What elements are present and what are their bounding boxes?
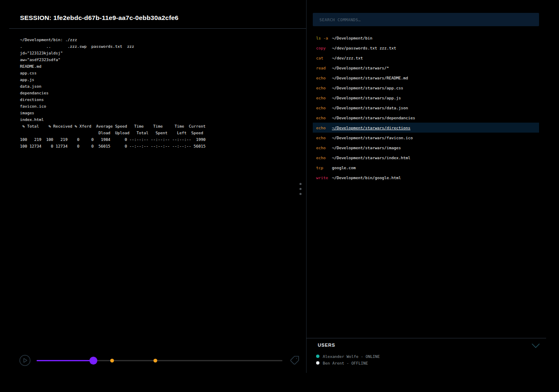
command-row[interactable]: echo~/Development/starwars/images [313, 143, 539, 153]
command-name: tcp [316, 165, 332, 170]
session-player: SESSION: 1fe2ebdc-d67b-11e9-aa7c-0ebb30a… [0, 0, 559, 392]
command-path: ~/Development/bin [332, 36, 372, 40]
event-marker[interactable] [153, 359, 157, 362]
command-row[interactable]: echo~/Development/starwars/app.css [313, 83, 539, 93]
command-name: read [316, 66, 332, 70]
terminal-output: ~/Development/bin: ./zzz . .. .zzz.swp p… [20, 37, 205, 150]
command-path: google.com [332, 165, 356, 170]
progress-fill [37, 360, 94, 361]
command-name: ls -a [316, 36, 332, 40]
search-input[interactable] [313, 13, 539, 26]
command-row[interactable]: echo~/Development/starwars/index.html [313, 153, 539, 163]
user-name: Alexander Wolfe - ONLINE [323, 354, 380, 359]
command-row[interactable]: echo~/Development/starwars/data.json [313, 103, 539, 113]
command-name: echo [316, 116, 332, 120]
command-name: echo [316, 155, 332, 160]
page-title: SESSION: 1fe2ebdc-d67b-11e9-aa7c-0ebb30a… [20, 14, 178, 22]
command-list: ls -a~/Development/bincopy~/dev/password… [313, 33, 539, 182]
command-path: ~/Development/starwars/index.html [332, 155, 411, 160]
command-name: copy [316, 46, 332, 50]
command-path: ~/Development/starwars/app.js [332, 96, 401, 100]
command-path: ~/Development/starwars/directions [332, 126, 411, 130]
panel-divider [306, 0, 307, 373]
command-name: echo [316, 126, 332, 130]
command-name: cat [316, 56, 332, 60]
command-name: echo [316, 86, 332, 90]
users-section-title: USERS [318, 343, 335, 348]
command-path: ~/Development/starwars/data.json [332, 106, 408, 110]
command-row[interactable]: write~/Development/bin/google.html [313, 173, 539, 182]
header-divider [9, 28, 306, 29]
kebab-dot [299, 188, 302, 190]
command-row[interactable]: cat~/dev/zzz.txt [313, 53, 539, 63]
kebab-dot [299, 183, 302, 185]
command-path: ~/Development/starwars/dependancies [332, 116, 415, 120]
command-row[interactable]: copy~/dev/passwords.txt zzz.txt [313, 43, 539, 53]
command-path: ~/Development/starwars/README.md [332, 76, 408, 80]
command-name: write [316, 175, 332, 180]
command-path: ~/dev/zzz.txt [332, 56, 363, 60]
command-path: ~/Development/bin/google.html [332, 175, 401, 180]
command-path: ~/Development/starwars/favicon.ico [332, 136, 413, 140]
command-row[interactable]: echo~/Development/starwars/dependancies [313, 113, 539, 123]
command-name: echo [316, 76, 332, 80]
command-name: echo [316, 145, 332, 150]
user-row: Alexander Wolfe - ONLINE [313, 353, 539, 360]
users-divider [306, 338, 546, 338]
progress-thumb[interactable] [89, 357, 97, 365]
progress-track[interactable] [37, 360, 282, 361]
command-name: echo [316, 136, 332, 140]
command-row[interactable]: echo~/Development/starwars/README.md [313, 73, 539, 83]
user-status-dot [316, 361, 319, 365]
command-row[interactable]: ls -a~/Development/bin [313, 33, 539, 43]
command-row[interactable]: read~/Development/starwars/* [313, 63, 539, 73]
command-row[interactable]: echo~/Development/starwars/app.js [313, 93, 539, 103]
command-row[interactable]: echo~/Development/starwars/favicon.ico [313, 133, 539, 143]
user-name: Ben Arent - OFFLINE [323, 361, 368, 365]
command-name: echo [316, 96, 332, 100]
command-path: ~/Development/starwars/* [332, 66, 389, 70]
command-row[interactable]: echo~/Development/starwars/directions [313, 123, 539, 133]
tag-icon[interactable] [289, 355, 299, 365]
command-path: ~/Development/starwars/images [332, 145, 401, 150]
command-name: echo [316, 106, 332, 110]
command-row[interactable]: tcpgoogle.com [313, 163, 539, 173]
chevron-down-icon[interactable] [532, 343, 540, 348]
user-list: Alexander Wolfe - ONLINEBen Arent - OFFL… [313, 353, 539, 366]
kebab-dot [299, 193, 302, 195]
event-marker[interactable] [110, 359, 114, 362]
command-path: ~/Development/starwars/app.css [332, 86, 403, 90]
divider-drag-handle[interactable] [299, 183, 302, 198]
command-path: ~/dev/passwords.txt zzz.txt [332, 46, 396, 50]
user-status-dot [316, 355, 319, 358]
user-row: Ben Arent - OFFLINE [313, 360, 539, 366]
play-button[interactable] [19, 355, 31, 366]
